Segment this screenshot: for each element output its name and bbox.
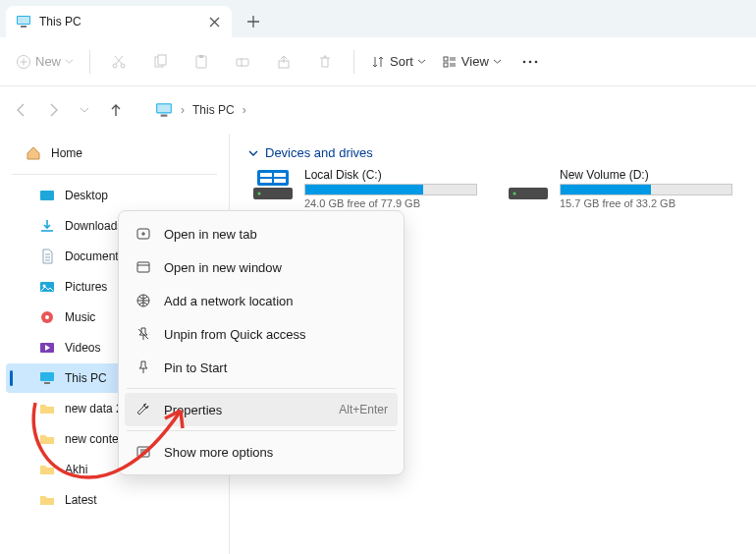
svg-point-36 bbox=[513, 193, 516, 195]
sidebar-item-label: Latest bbox=[65, 493, 97, 507]
delete-button[interactable] bbox=[306, 45, 344, 79]
tab-title: This PC bbox=[39, 15, 198, 28]
documents-icon bbox=[39, 249, 55, 264]
address-bar[interactable]: › This PC › bbox=[155, 101, 246, 119]
wrench-icon bbox=[135, 401, 152, 418]
ctx-pin-to-start[interactable]: Pin to Start bbox=[125, 351, 398, 384]
back-button[interactable] bbox=[12, 100, 31, 120]
svg-rect-13 bbox=[444, 63, 448, 67]
tab-this-pc[interactable]: This PC bbox=[6, 6, 232, 37]
svg-rect-26 bbox=[40, 372, 54, 381]
ctx-label: Add a network location bbox=[164, 294, 388, 308]
svg-rect-33 bbox=[260, 179, 272, 183]
cut-button[interactable] bbox=[100, 45, 137, 79]
separator bbox=[127, 388, 396, 389]
ctx-add-network-location[interactable]: Add a network location bbox=[125, 284, 398, 317]
nav-row: › This PC › bbox=[0, 86, 756, 134]
sidebar-item-desktop[interactable]: Desktop bbox=[6, 181, 223, 210]
unpin-icon bbox=[135, 325, 152, 343]
close-icon[interactable] bbox=[206, 14, 222, 29]
drive-icon bbox=[251, 168, 295, 203]
share-button[interactable] bbox=[265, 45, 302, 79]
sidebar-item-label: Music bbox=[65, 310, 95, 324]
chevron-right-icon: › bbox=[181, 103, 185, 117]
rename-button[interactable] bbox=[224, 45, 261, 79]
drive-usage-bar bbox=[304, 184, 477, 195]
svg-rect-19 bbox=[161, 115, 168, 117]
sidebar-item-label: Downloads bbox=[65, 219, 123, 233]
drive-free-text: 24.0 GB free of 77.9 GB bbox=[304, 197, 477, 209]
sidebar-item-home[interactable]: Home bbox=[6, 138, 223, 168]
sidebar-item-label: Akhi bbox=[65, 463, 87, 476]
more-button[interactable] bbox=[512, 45, 549, 79]
svg-point-16 bbox=[535, 60, 538, 63]
group-header-devices[interactable]: Devices and drives bbox=[238, 145, 748, 160]
group-label: Devices and drives bbox=[265, 145, 373, 160]
copy-button[interactable] bbox=[141, 45, 179, 79]
svg-rect-20 bbox=[40, 191, 54, 200]
tab-bar: This PC bbox=[0, 0, 756, 37]
drive-info: Local Disk (C:) 24.0 GB free of 77.9 GB bbox=[304, 168, 477, 209]
separator bbox=[89, 50, 90, 74]
view-button[interactable]: View bbox=[436, 45, 508, 79]
videos-icon bbox=[39, 340, 55, 356]
new-label: New bbox=[35, 54, 61, 69]
context-menu: Open in new tab Open in new window Add a… bbox=[118, 210, 405, 475]
desktop-icon bbox=[39, 188, 55, 203]
svg-point-5 bbox=[121, 64, 125, 68]
svg-rect-18 bbox=[157, 104, 171, 112]
ctx-accel: Alt+Enter bbox=[339, 403, 388, 416]
ctx-label: Properties bbox=[164, 403, 327, 417]
svg-rect-2 bbox=[21, 26, 27, 28]
paste-button[interactable] bbox=[183, 45, 220, 79]
ctx-label: Pin to Start bbox=[164, 360, 388, 375]
breadcrumb-item[interactable]: This PC bbox=[192, 103, 235, 117]
view-label: View bbox=[461, 54, 489, 69]
sort-label: Sort bbox=[390, 54, 413, 69]
drive-name: Local Disk (C:) bbox=[304, 168, 477, 182]
sidebar-item-label: Desktop bbox=[65, 189, 108, 202]
svg-rect-10 bbox=[237, 59, 248, 66]
svg-rect-32 bbox=[274, 173, 286, 177]
nav-arrows bbox=[12, 100, 126, 120]
drive-icon bbox=[507, 168, 550, 203]
ctx-properties[interactable]: Properties Alt+Enter bbox=[125, 393, 398, 426]
toolbar: New Sort View bbox=[0, 37, 756, 86]
window-icon bbox=[135, 258, 152, 276]
monitor-icon bbox=[39, 370, 55, 386]
chevron-right-icon: › bbox=[243, 103, 246, 117]
sidebar-item-label: This PC bbox=[65, 371, 107, 385]
sidebar-item-folder[interactable]: Latest bbox=[6, 485, 223, 515]
drive-item[interactable]: Local Disk (C:) 24.0 GB free of 77.9 GB bbox=[251, 168, 477, 209]
sort-button[interactable]: Sort bbox=[364, 45, 432, 79]
recent-dropdown-icon[interactable] bbox=[75, 100, 94, 120]
drive-item[interactable]: New Volume (D:) 15.7 GB free of 33.2 GB bbox=[507, 168, 732, 209]
new-tab-button[interactable] bbox=[238, 6, 269, 37]
pictures-icon bbox=[39, 279, 55, 295]
ctx-open-new-window[interactable]: Open in new window bbox=[125, 250, 398, 284]
svg-point-24 bbox=[45, 315, 49, 319]
folder-icon bbox=[39, 492, 55, 508]
sidebar-item-label: Home bbox=[51, 146, 82, 160]
ctx-show-more-options[interactable]: Show more options bbox=[125, 435, 398, 469]
svg-rect-27 bbox=[44, 382, 50, 384]
ctx-unpin-quick-access[interactable]: Unpin from Quick access bbox=[125, 317, 398, 351]
svg-rect-31 bbox=[260, 173, 272, 177]
ctx-label: Unpin from Quick access bbox=[164, 327, 388, 342]
folder-icon bbox=[39, 431, 55, 447]
drives-list: Local Disk (C:) 24.0 GB free of 77.9 GB … bbox=[238, 168, 748, 209]
drive-info: New Volume (D:) 15.7 GB free of 33.2 GB bbox=[560, 168, 732, 209]
svg-point-29 bbox=[258, 193, 261, 195]
svg-rect-12 bbox=[444, 57, 448, 61]
svg-rect-9 bbox=[199, 55, 203, 58]
svg-rect-38 bbox=[137, 262, 149, 272]
drive-free-text: 15.7 GB free of 33.2 GB bbox=[560, 197, 732, 209]
up-button[interactable] bbox=[106, 100, 126, 120]
separator bbox=[12, 174, 217, 175]
ctx-open-new-tab[interactable]: Open in new tab bbox=[125, 217, 398, 250]
forward-button[interactable] bbox=[43, 100, 63, 120]
new-button[interactable]: New bbox=[10, 45, 80, 79]
svg-rect-30 bbox=[257, 170, 289, 186]
globe-icon bbox=[135, 292, 152, 309]
sidebar-item-label: Pictures bbox=[65, 280, 107, 294]
